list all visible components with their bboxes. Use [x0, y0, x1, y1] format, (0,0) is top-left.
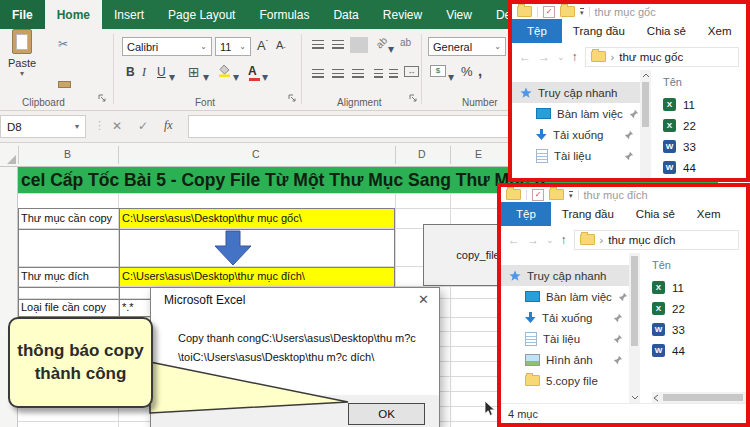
wrap-text-icon[interactable]: ab: [400, 37, 411, 48]
vertical-scrollbar[interactable]: [640, 70, 651, 178]
align-left-icon[interactable]: [312, 69, 324, 79]
files-column-header[interactable]: Tên: [652, 259, 746, 277]
number-format-combo[interactable]: General ⌄: [428, 37, 506, 56]
cancel-icon[interactable]: ✕: [112, 119, 122, 133]
decrease-indent-icon[interactable]: [374, 69, 383, 79]
underline-dropdown-icon[interactable]: ▾: [169, 70, 175, 84]
pin-icon[interactable]: [613, 313, 623, 323]
accounting-dropdown-icon[interactable]: ▾: [448, 70, 454, 84]
percent-style-icon[interactable]: %: [461, 64, 473, 79]
align-right-icon[interactable]: [352, 69, 364, 79]
cell-c5-destination-path[interactable]: C:\Users\asus\Desktop\thư mục đích\: [119, 267, 395, 286]
nav-pictures[interactable]: Hình ảnh: [501, 349, 629, 370]
ok-button[interactable]: OK: [348, 403, 425, 425]
nav-quick-access[interactable]: Truy cập nhanh: [501, 265, 629, 286]
underline-button[interactable]: U: [157, 65, 166, 79]
nav-downloads[interactable]: Tải xuống: [501, 307, 629, 328]
file-item[interactable]: 44: [663, 157, 746, 178]
file-item[interactable]: 33: [663, 136, 746, 157]
file-item[interactable]: 44: [652, 340, 746, 361]
explorer2-tab-home[interactable]: Trang đầu: [551, 202, 625, 226]
bold-button[interactable]: B: [126, 65, 135, 79]
cell-b5[interactable]: Thư mục đích: [21, 267, 89, 286]
accounting-format-icon[interactable]: $: [430, 65, 446, 77]
nav-quick-access[interactable]: Truy cập nhanh: [512, 82, 640, 103]
explorer1-tab-file[interactable]: Tệp: [512, 19, 562, 43]
col-header-d[interactable]: D: [418, 148, 426, 160]
recent-icon[interactable]: ⌄: [546, 234, 554, 246]
fill-color-icon[interactable]: [218, 64, 231, 80]
font-family-dropdown-icon[interactable]: ⌄: [200, 42, 207, 51]
borders-dropdown-icon[interactable]: ▾: [203, 70, 209, 84]
horizontal-scrollbar[interactable]: [652, 392, 746, 403]
file-item[interactable]: 33: [652, 319, 746, 340]
pin-icon[interactable]: [613, 334, 623, 344]
font-color-icon[interactable]: A: [248, 64, 260, 81]
nav-downloads[interactable]: Tải xuống: [512, 124, 640, 145]
align-center-icon[interactable]: [332, 69, 344, 79]
nav-copy-file-folder[interactable]: 5.copy file: [501, 370, 629, 391]
italic-button[interactable]: I: [142, 65, 146, 80]
explorer1-tab-home[interactable]: Trang đầu: [562, 19, 636, 43]
alignment-dialog-launcher[interactable]: [409, 89, 418, 107]
align-top-icon[interactable]: [312, 40, 324, 50]
explorer2-tab-view[interactable]: Xem: [686, 202, 732, 226]
explorer2-tab-share[interactable]: Chia sẻ: [625, 202, 686, 226]
tab-home[interactable]: Home: [45, 0, 102, 29]
recent-icon[interactable]: ⌄: [557, 51, 565, 63]
pin-icon[interactable]: [624, 151, 634, 161]
files-column-header[interactable]: Tên: [663, 76, 746, 94]
vertical-scrollbar[interactable]: [629, 253, 640, 403]
up-icon[interactable]: ↑: [572, 51, 578, 63]
tab-view[interactable]: View: [434, 0, 484, 29]
name-box[interactable]: D8 ▾: [0, 115, 86, 138]
tab-formulas[interactable]: Formulas: [247, 0, 321, 29]
file-item[interactable]: 22: [663, 115, 746, 136]
format-painter-icon[interactable]: [58, 81, 71, 88]
tab-insert[interactable]: Insert: [102, 0, 156, 29]
explorer1-tab-share[interactable]: Chia sẻ: [636, 19, 697, 43]
font-family-combo[interactable]: Calibri ⌄: [122, 37, 212, 56]
up-icon[interactable]: ↑: [561, 234, 567, 246]
font-dialog-launcher[interactable]: [288, 89, 297, 107]
paste-dropdown-icon[interactable]: ▾: [20, 69, 24, 78]
pin-icon[interactable]: [629, 109, 639, 119]
scroll-up-icon[interactable]: [642, 73, 650, 78]
number-format-dropdown-icon[interactable]: ⌄: [494, 42, 501, 51]
clipboard-dialog-launcher[interactable]: [98, 89, 107, 107]
borders-icon[interactable]: ⊞: [188, 64, 200, 80]
explorer2-address-box[interactable]: › thư mục đích: [574, 230, 739, 250]
file-item[interactable]: 22: [652, 298, 746, 319]
cell-c7-file-type[interactable]: *.*: [122, 298, 134, 317]
nav-documents[interactable]: Tài liệu: [512, 145, 640, 166]
back-icon[interactable]: ←: [519, 51, 531, 63]
align-middle-icon[interactable]: [332, 40, 344, 50]
paste-button[interactable]: Paste ▾: [0, 29, 44, 95]
col-header-c[interactable]: C: [252, 148, 260, 160]
back-icon[interactable]: ←: [508, 234, 520, 246]
shrink-font-icon[interactable]: Aˇ: [276, 39, 286, 53]
file-item[interactable]: 11: [652, 277, 746, 298]
col-header-b[interactable]: B: [64, 148, 71, 160]
checkbox-icon[interactable]: ✓: [532, 189, 544, 201]
fill-color-dropdown-icon[interactable]: ▾: [233, 70, 239, 84]
cell-c3-source-path[interactable]: C:\Users\asus\Desktop\thư mục gốc\: [119, 209, 395, 228]
merge-center-icon[interactable]: ↔: [404, 66, 419, 77]
orientation-dropdown-icon[interactable]: ▾: [388, 42, 394, 56]
checkbox-icon[interactable]: ✓: [543, 6, 555, 18]
tab-review[interactable]: Review: [371, 0, 434, 29]
font-size-dropdown-icon[interactable]: ⌄: [239, 42, 246, 51]
tab-data[interactable]: Data: [321, 0, 370, 29]
tab-page-layout[interactable]: Page Layout: [156, 0, 247, 29]
col-header-e[interactable]: E: [475, 148, 482, 160]
explorer2-tab-file[interactable]: Tệp: [501, 202, 551, 226]
nav-documents[interactable]: Tài liệu: [501, 328, 629, 349]
close-icon[interactable]: ✕: [418, 293, 429, 306]
down-arrow-shape[interactable]: [214, 230, 252, 267]
nav-desktop[interactable]: Bàn làm việc: [501, 286, 629, 307]
cell-b7[interactable]: Loại file cần copy: [21, 298, 106, 317]
nav-desktop[interactable]: Bàn làm việc: [512, 103, 640, 124]
enter-icon[interactable]: ✓: [138, 119, 148, 133]
pin-icon[interactable]: [624, 130, 634, 140]
scroll-down-icon[interactable]: [631, 395, 639, 400]
